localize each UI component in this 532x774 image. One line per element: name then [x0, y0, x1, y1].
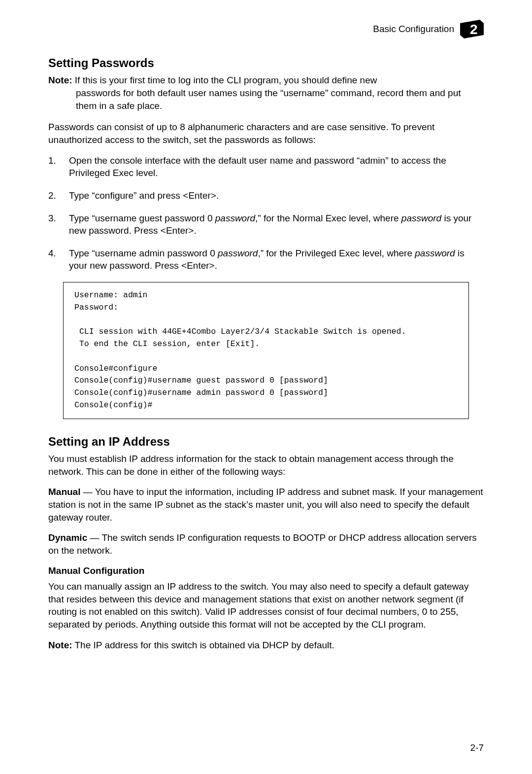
note-label: Note: — [48, 75, 72, 85]
note-block-2: Note: The IP address for this switch is … — [48, 639, 484, 652]
note-text-line2: passwords for both default user names us… — [48, 87, 484, 112]
steps-list: Open the console interface with the defa… — [48, 154, 484, 272]
note-label-2: Note: — [48, 640, 72, 650]
para-dynamic: Dynamic — The switch sends IP configurat… — [48, 531, 484, 557]
manual-text: — You have to input the information, inc… — [48, 487, 483, 522]
step-4: Type “username admin password 0 password… — [48, 247, 484, 272]
para-manual: Manual — You have to input the informati… — [48, 486, 484, 524]
dynamic-label: Dynamic — [48, 532, 87, 543]
step-1: Open the console interface with the defa… — [48, 154, 484, 179]
section-heading-ip: Setting an IP Address — [48, 434, 484, 450]
page-number: 2-7 — [470, 741, 484, 754]
note-text-line1: If this is your first time to log into t… — [75, 75, 377, 85]
subheading-manual-config: Manual Configuration — [48, 564, 484, 577]
manual-label: Manual — [48, 487, 80, 497]
header-title: Basic Configuration — [373, 23, 454, 35]
page-header: Basic Configuration 2 — [48, 20, 484, 38]
chapter-badge-icon: 2 — [460, 20, 484, 38]
step-2: Type “configure” and press <Enter>. — [48, 189, 484, 202]
para-ip-intro: You must establish IP address informatio… — [48, 453, 484, 478]
note-block-1: Note: If this is your first time to log … — [48, 74, 484, 112]
para-manual-config: You can manually assign an IP address to… — [48, 580, 484, 631]
cli-code-block: Username: admin Password: CLI session wi… — [63, 282, 469, 419]
para-passwords-intro: Passwords can consist of up to 8 alphanu… — [48, 121, 484, 146]
dynamic-text: — The switch sends IP configuration requ… — [48, 532, 477, 556]
chapter-number: 2 — [470, 22, 478, 37]
note-text-2: The IP address for this switch is obtain… — [72, 640, 334, 650]
section-heading-passwords: Setting Passwords — [48, 55, 484, 71]
step-3: Type “username guest password 0 password… — [48, 212, 484, 237]
